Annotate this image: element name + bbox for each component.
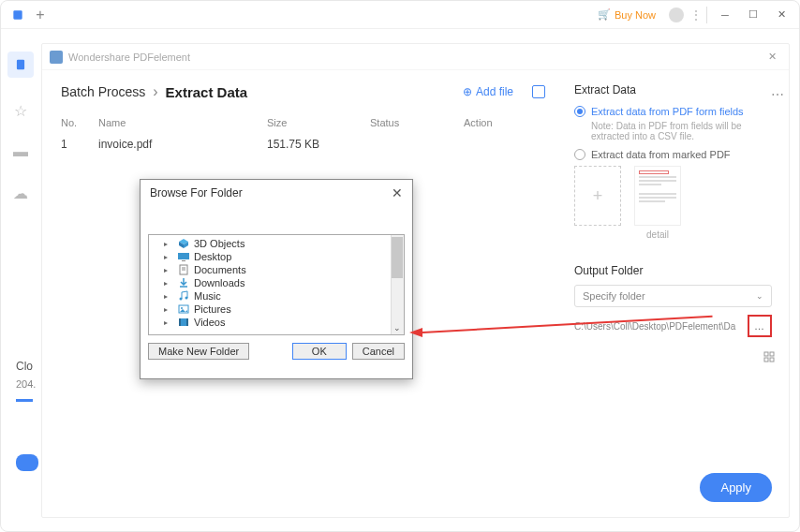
make-new-folder-button[interactable]: Make New Folder bbox=[148, 343, 249, 360]
folder-type-icon bbox=[177, 264, 190, 275]
panel-close-icon[interactable]: ✕ bbox=[763, 51, 781, 63]
svg-rect-1 bbox=[17, 60, 24, 70]
scroll-down-icon[interactable]: ⌄ bbox=[391, 323, 404, 334]
expand-icon[interactable]: ▸ bbox=[164, 240, 173, 248]
svg-point-11 bbox=[185, 297, 188, 300]
expand-icon[interactable]: ▸ bbox=[164, 318, 173, 327]
folder-type-icon bbox=[177, 317, 190, 328]
new-tab-button[interactable]: + bbox=[31, 6, 50, 24]
sidebar-pill[interactable] bbox=[16, 454, 38, 471]
breadcrumb-parent[interactable]: Batch Process bbox=[61, 84, 145, 99]
radio-on-icon bbox=[574, 106, 585, 117]
expand-icon[interactable]: ▸ bbox=[164, 292, 173, 301]
svg-rect-0 bbox=[13, 10, 22, 19]
expand-icon[interactable]: ▸ bbox=[164, 305, 173, 314]
buy-now-link[interactable]: 🛒 Buy Now bbox=[590, 8, 663, 21]
tree-item-desktop[interactable]: ▸Desktop bbox=[149, 250, 404, 263]
breadcrumb-current: Extract Data bbox=[166, 84, 248, 100]
folder-type-icon bbox=[177, 303, 190, 315]
breadcrumb: Batch Process › Extract Data ⊕ Add file bbox=[61, 83, 545, 100]
chevron-down-icon: ⌄ bbox=[756, 291, 763, 301]
titlebar: + 🛒 Buy Now ⋮ ─ ☐ ✕ bbox=[1, 1, 799, 29]
thumb-row: + bbox=[574, 166, 772, 226]
plus-circle-icon: ⊕ bbox=[463, 85, 472, 98]
annotation-arrow-head bbox=[409, 328, 422, 337]
radio-off-icon bbox=[574, 149, 585, 160]
maximize-button[interactable]: ☐ bbox=[739, 4, 767, 26]
sidebar-cloud-icon[interactable]: ☁ bbox=[12, 185, 29, 201]
open-folder-icon[interactable] bbox=[532, 85, 545, 98]
folder-type-icon bbox=[177, 290, 190, 302]
tree-item-documents[interactable]: ▸Documents bbox=[149, 263, 404, 276]
close-button[interactable]: ✕ bbox=[767, 4, 795, 26]
svg-rect-16 bbox=[186, 318, 188, 326]
svg-rect-19 bbox=[764, 358, 768, 362]
expand-icon[interactable]: ▸ bbox=[164, 266, 173, 274]
tree-item-videos[interactable]: ▸Videos bbox=[149, 316, 404, 329]
grid-view-icon[interactable] bbox=[763, 349, 775, 361]
table-header: No. Name Size Status Action bbox=[61, 113, 545, 132]
scrollbar-thumb[interactable] bbox=[392, 237, 403, 278]
side-panel: Extract Data Extract data from PDF form … bbox=[564, 70, 789, 517]
sidebar-clo-section: Clo 204. bbox=[16, 360, 36, 402]
folder-type-icon bbox=[177, 277, 190, 288]
folder-type-icon bbox=[177, 238, 190, 249]
svg-rect-20 bbox=[770, 358, 774, 362]
sidebar-star-icon[interactable]: ☆ bbox=[12, 102, 29, 119]
sidebar-file-icon[interactable] bbox=[7, 52, 34, 78]
expand-icon[interactable]: ▸ bbox=[164, 279, 173, 288]
detail-thumb[interactable] bbox=[634, 166, 681, 226]
svg-rect-17 bbox=[764, 352, 768, 356]
avatar-icon[interactable] bbox=[669, 7, 684, 22]
radio-form-fields[interactable]: Extract data from PDF form fields bbox=[574, 106, 772, 117]
dialog-titlebar: Browse For Folder ✕ bbox=[141, 180, 412, 206]
svg-point-10 bbox=[180, 298, 183, 301]
tree-item-pictures[interactable]: ▸Pictures bbox=[149, 303, 404, 316]
kebab-icon[interactable]: ⋮ bbox=[689, 7, 703, 22]
svg-rect-5 bbox=[178, 253, 189, 259]
svg-rect-15 bbox=[179, 318, 181, 326]
tree-item-downloads[interactable]: ▸Downloads bbox=[149, 276, 404, 289]
tree-item-music[interactable]: ▸Music bbox=[149, 289, 404, 303]
output-folder-label: Output Folder bbox=[574, 264, 772, 277]
radio-marked-pdf[interactable]: Extract data from marked PDF bbox=[574, 149, 772, 160]
panel-app-icon bbox=[50, 51, 63, 64]
tree-item-3d-objects[interactable]: ▸3D Objects bbox=[149, 237, 404, 250]
table-row: 1 invoice.pdf 151.75 KB bbox=[61, 132, 545, 156]
dialog-close-icon[interactable]: ✕ bbox=[392, 185, 403, 200]
panel-titlebar: Wondershare PDFelement ✕ bbox=[42, 44, 789, 70]
folder-tree: ▸3D Objects▸Desktop▸Documents▸Downloads▸… bbox=[148, 234, 405, 335]
folder-browser-dialog: Browse For Folder ✕ ▸3D Objects▸Desktop▸… bbox=[140, 179, 413, 379]
output-folder-select[interactable]: Specify folder ⌄ bbox=[574, 285, 772, 307]
expand-icon[interactable]: ▸ bbox=[164, 253, 173, 261]
scrollbar[interactable]: ⌄ bbox=[391, 235, 404, 334]
cancel-button[interactable]: Cancel bbox=[352, 343, 405, 360]
sidebar-folder-icon[interactable]: ▬ bbox=[12, 143, 29, 160]
apply-button[interactable]: Apply bbox=[700, 473, 772, 502]
ok-button[interactable]: OK bbox=[292, 343, 347, 360]
side-title: Extract Data bbox=[574, 83, 772, 96]
svg-point-13 bbox=[181, 307, 183, 309]
active-tab-icon[interactable] bbox=[5, 4, 31, 26]
minimize-button[interactable]: ─ bbox=[711, 4, 739, 26]
folder-type-icon bbox=[177, 251, 190, 262]
svg-rect-18 bbox=[770, 352, 774, 356]
chevron-right-icon: › bbox=[153, 83, 157, 100]
svg-rect-6 bbox=[182, 260, 185, 261]
add-page-thumb[interactable]: + bbox=[574, 166, 621, 226]
radio-note: Note: Data in PDF from fields will be ex… bbox=[591, 121, 772, 141]
cart-icon: 🛒 bbox=[598, 8, 611, 21]
add-file-button[interactable]: ⊕ Add file bbox=[463, 85, 513, 98]
browse-folder-button[interactable]: … bbox=[748, 315, 772, 337]
